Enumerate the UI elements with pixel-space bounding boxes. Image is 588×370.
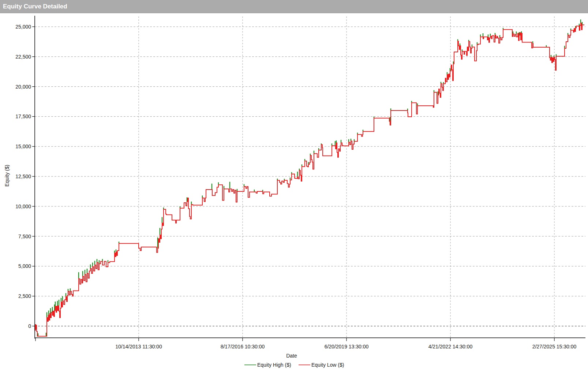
y-tick-label: 20,000 — [15, 84, 31, 90]
y-tick-label: 10,000 — [15, 203, 31, 209]
tick-labels: 02,5005,0007,50010,00012,50015,00017,500… — [15, 24, 576, 350]
x-tick-label: 2/27/2025 15:30:00 — [532, 344, 577, 350]
equity-low-series — [35, 23, 584, 336]
equity-high-spikes — [35, 19, 582, 336]
y-tick-label: 17,500 — [15, 113, 31, 119]
title-bar: Equity Curve Detailed — [0, 0, 588, 13]
equity-low-line — [35, 23, 584, 336]
y-tick-label: 5,000 — [18, 263, 31, 269]
y-tick-label: 25,000 — [15, 24, 31, 30]
page-title: Equity Curve Detailed — [3, 3, 67, 10]
y-tick-label: 22,500 — [15, 54, 31, 60]
y-tick-label: 0 — [28, 323, 31, 329]
y-tick-label: 2,500 — [18, 293, 31, 299]
x-tick-label: 10/14/2013 11:30:00 — [115, 344, 162, 350]
equity-chart: 02,5005,0007,50010,00012,50015,00017,500… — [0, 13, 588, 370]
x-tick-label: 8/17/2016 10:30:00 — [221, 344, 265, 350]
axes — [32, 16, 585, 341]
legend-label-equity-high: Equity High ($) — [257, 362, 291, 368]
x-axis-title: Date — [286, 353, 297, 359]
x-tick-label: 4/21/2022 14:30:00 — [428, 344, 473, 350]
x-tick-label: 6/20/2019 13:30:00 — [325, 344, 369, 350]
equity-high-series — [35, 19, 582, 336]
gridlines — [35, 16, 585, 338]
y-axis-title: Equity ($) — [4, 165, 10, 187]
y-tick-label: 7,500 — [18, 233, 31, 239]
equity-curve-window: Equity Curve Detailed 02,5005,0007,50010… — [0, 0, 588, 370]
legend-label-equity-low: Equity Low ($) — [311, 362, 344, 368]
legend: Equity High ($) Equity Low ($) — [244, 362, 344, 368]
y-tick-label: 12,500 — [15, 173, 31, 179]
y-tick-label: 15,000 — [15, 143, 31, 149]
